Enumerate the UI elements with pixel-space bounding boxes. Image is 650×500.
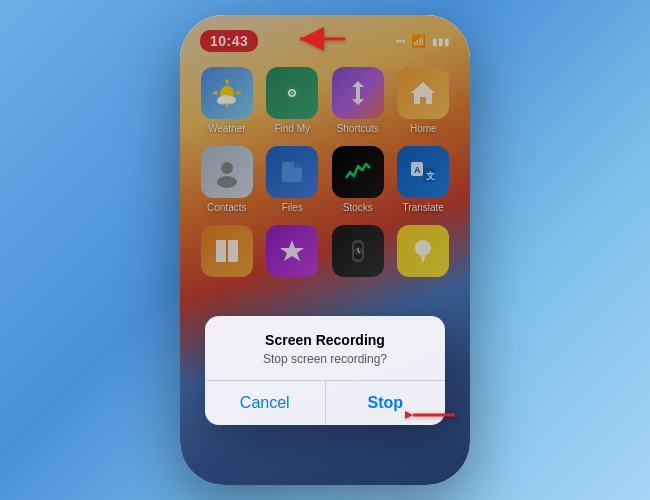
dialog-message: Stop screen recording?	[225, 352, 425, 366]
dialog-content: Screen Recording Stop screen recording?	[205, 316, 445, 380]
dialog-title: Screen Recording	[225, 332, 425, 348]
cancel-button[interactable]: Cancel	[205, 381, 325, 425]
red-arrow-time-svg	[290, 25, 350, 53]
phone-container: 10:43 ▪▪▪ 📶 ▮▮▮	[180, 15, 470, 485]
arrow-stop	[405, 401, 460, 433]
arrow-time	[290, 25, 350, 57]
red-arrow-stop-svg	[405, 401, 460, 429]
